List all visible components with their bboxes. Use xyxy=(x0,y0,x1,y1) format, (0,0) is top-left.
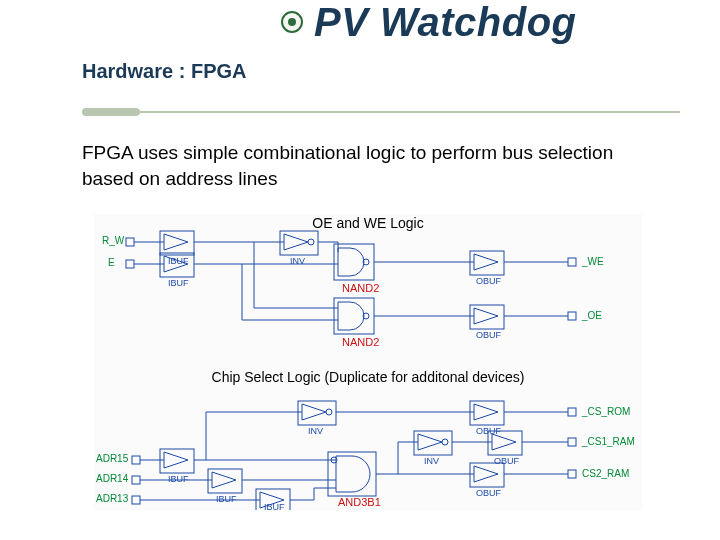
body-text: FPGA uses simple combinational logic to … xyxy=(82,140,642,191)
svg-marker-41 xyxy=(164,452,188,468)
svg-text:IBUF: IBUF xyxy=(168,278,189,288)
svg-marker-34 xyxy=(474,308,498,324)
signal-cs1-ram: _CS1_RAM xyxy=(581,436,635,447)
bullet-icon xyxy=(281,11,303,33)
signal-e: E xyxy=(108,257,115,268)
svg-text:OBUF: OBUF xyxy=(476,488,502,498)
svg-rect-45 xyxy=(132,476,140,484)
gate-nand2-b: NAND2 xyxy=(342,336,379,348)
svg-rect-33 xyxy=(568,258,576,266)
svg-marker-47 xyxy=(212,472,236,488)
svg-marker-76 xyxy=(474,466,498,482)
svg-rect-6 xyxy=(126,260,134,268)
signal-we: _WE xyxy=(581,256,604,267)
svg-marker-88 xyxy=(492,434,516,450)
signal-oe: _OE xyxy=(581,310,602,321)
svg-marker-62 xyxy=(302,404,326,420)
divider xyxy=(82,108,680,118)
svg-rect-27 xyxy=(334,298,374,334)
signal-adr14: ADR14 xyxy=(96,473,129,484)
svg-text:INV: INV xyxy=(424,456,439,466)
svg-text:IBUF: IBUF xyxy=(216,494,237,504)
svg-marker-83 xyxy=(418,434,442,450)
svg-rect-92 xyxy=(568,438,576,446)
signal-adr15: ADR15 xyxy=(96,453,129,464)
svg-text:OBUF: OBUF xyxy=(476,330,502,340)
svg-text:OBUF: OBUF xyxy=(476,276,502,286)
svg-marker-29 xyxy=(474,254,498,270)
svg-rect-39 xyxy=(132,456,140,464)
svg-marker-2 xyxy=(164,234,188,250)
signal-cs2-ram: CS2_RAM xyxy=(582,468,629,479)
svg-text:INV: INV xyxy=(290,256,305,266)
gate-nand2-a: NAND2 xyxy=(342,282,379,294)
signal-rw: R_W xyxy=(102,235,125,246)
svg-rect-73 xyxy=(328,452,376,496)
svg-marker-67 xyxy=(474,404,498,420)
svg-rect-52 xyxy=(132,496,140,504)
svg-rect-24 xyxy=(334,244,374,280)
svg-text:IBUF: IBUF xyxy=(264,502,285,510)
svg-rect-38 xyxy=(568,312,576,320)
svg-text:IBUF: IBUF xyxy=(168,474,189,484)
signal-adr13: ADR13 xyxy=(96,493,129,504)
svg-marker-15 xyxy=(284,234,308,250)
subtitle: Hardware : FPGA xyxy=(82,60,246,83)
gate-and3b1: AND3B1 xyxy=(338,496,381,508)
logic-diagram: OE and WE Logic R_W IBUF E IBUF INV NAND… xyxy=(94,214,642,510)
svg-rect-71 xyxy=(568,408,576,416)
section2-title: Chip Select Logic (Duplicate for additon… xyxy=(212,369,525,385)
svg-rect-0 xyxy=(126,238,134,246)
svg-text:INV: INV xyxy=(308,426,323,436)
svg-rect-80 xyxy=(568,470,576,478)
svg-text:OBUF: OBUF xyxy=(494,456,520,466)
signal-cs-rom: _CS_ROM xyxy=(581,406,630,417)
page-title: PV Watchdog xyxy=(314,0,577,45)
section1-title: OE and WE Logic xyxy=(312,215,423,231)
